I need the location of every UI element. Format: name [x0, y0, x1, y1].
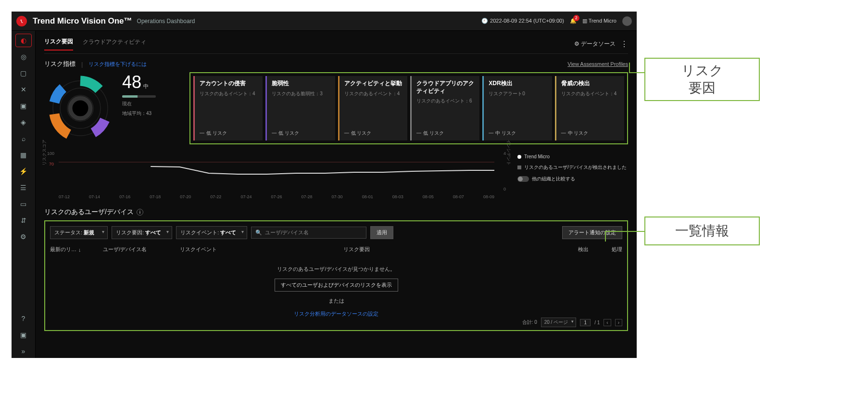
risk-gauge-area: 48中 現在 地域平均：43: [44, 72, 184, 144]
card-cloud-app-activity[interactable]: クラウドアプリのアクティビティ リスクのあるイベント：6 低 リスク: [410, 76, 479, 140]
card-title: 脅威の検出: [561, 80, 619, 88]
card-xdr-detection[interactable]: XDR検出 リスクアラート0 中 リスク: [482, 76, 552, 140]
card-threat-detection[interactable]: 脅威の検出 リスクのあるイベント：4 中 リスク: [555, 76, 624, 140]
x-ticks: 07-1207-14 07-1607-18 07-2007-22 07-2407…: [59, 194, 494, 199]
card-account-compromise[interactable]: アカウントの侵害 リスクのあるイベント：4 低 リスク: [193, 76, 263, 140]
card-risk: 中 リスク: [561, 130, 619, 137]
pager-of: / 1: [594, 320, 600, 325]
card-sub: リスクのあるイベント：4: [200, 90, 258, 97]
more-menu-icon[interactable]: ⋮: [620, 39, 628, 49]
card-sub: リスクのあるイベント：4: [344, 90, 403, 97]
pager-total: 合計: 0: [522, 319, 537, 326]
annotation-list-info: 一覧情報: [644, 217, 760, 245]
empty-state: リスクのあるユーザ/デバイスが見つかりません。 すべてのユーザおよびデバイスのリ…: [50, 266, 622, 318]
ytick-100: 100: [47, 151, 54, 156]
col-action[interactable]: 処理: [598, 246, 622, 253]
app-subtitle: Operations Dashboard: [137, 18, 195, 25]
compare-toggle[interactable]: 他の組織と比較する: [517, 176, 628, 182]
nav-report-icon[interactable]: ▦: [15, 148, 32, 162]
nav-dashboard-icon[interactable]: ◐: [15, 34, 32, 47]
risk-factor-filter[interactable]: リスク要因: すべて: [112, 226, 172, 239]
nav-admin-icon[interactable]: ▣: [15, 328, 32, 342]
pager: 合計: 0 20 / ページ 1 / 1 ‹ ›: [522, 318, 622, 327]
risk-meter: [122, 95, 156, 98]
nav-search-icon[interactable]: ◎: [15, 50, 32, 64]
col-risk-factor[interactable]: リスク要因: [343, 246, 521, 253]
nav-target-icon[interactable]: ◈: [15, 115, 32, 129]
nav-expand-icon[interactable]: »: [15, 344, 32, 358]
col-user-device[interactable]: ユーザ/デバイス名: [103, 246, 170, 253]
nav-close-icon[interactable]: ✕: [15, 83, 32, 96]
annotation-lead-2: [605, 231, 645, 232]
pager-next-icon[interactable]: ›: [615, 319, 622, 326]
risky-users-devices-title: リスクのあるユーザ/デバイス: [44, 208, 134, 217]
card-risk: 低 リスク: [200, 130, 258, 137]
y2tick-0: 0: [503, 187, 506, 191]
card-title: XDR検出: [489, 80, 547, 88]
status-filter[interactable]: ステータス: 新規: [50, 226, 108, 239]
pager-per-page[interactable]: 20 / ページ: [541, 318, 576, 327]
card-title: アクティビティと挙動: [344, 80, 403, 88]
card-activity-behavior[interactable]: アクティビティと挙動 リスクのあるイベント：4 低 リスク: [338, 76, 407, 140]
pager-prev-icon[interactable]: ‹: [604, 319, 611, 326]
tenant-switcher[interactable]: ▥ Trend Micro: [582, 18, 616, 24]
nav-scan-icon[interactable]: ⌕: [15, 132, 32, 145]
tab-cloud-activity[interactable]: クラウドアクティビティ: [83, 38, 146, 50]
region-average: 地域平均：43: [122, 110, 156, 117]
card-sub: リスクのあるイベント：4: [561, 90, 619, 97]
notifications-button[interactable]: 🔔 2: [570, 18, 577, 24]
risk-score: 48中: [122, 72, 156, 92]
or-label: または: [328, 297, 344, 305]
apply-button[interactable]: 適用: [370, 226, 393, 239]
setup-datasource-link[interactable]: リスク分析用のデータソースの設定: [294, 310, 378, 318]
app-title: Trend Micro Vision One™: [33, 16, 132, 26]
card-sub: リスクのある脆弱性：3: [272, 90, 330, 97]
sort-desc-icon: ↓: [78, 247, 81, 253]
risk-cards-box: アカウントの侵害 リスクのあるイベント：4 低 リスク 脆弱性 リスクのある脆弱…: [189, 72, 628, 144]
card-vulnerability[interactable]: 脆弱性 リスクのある脆弱性：3 低 リスク: [265, 76, 335, 140]
search-placeholder: ユーザ/デバイス名: [265, 229, 309, 236]
datasource-button[interactable]: ⚙ データソース: [574, 40, 616, 48]
risk-index-title: リスク指標: [44, 60, 75, 68]
card-risk: 中 リスク: [489, 130, 547, 137]
card-sub: リスクアラート0: [489, 90, 547, 97]
lower-risk-link[interactable]: リスク指標を下げるには: [88, 61, 147, 68]
nav-mobile-icon[interactable]: ▭: [15, 197, 32, 211]
search-input[interactable]: 🔍 ユーザ/デバイス名: [251, 227, 366, 239]
card-risk: 低 リスク: [416, 130, 475, 137]
col-detection[interactable]: 検出: [531, 246, 589, 253]
risk-event-filter[interactable]: リスクイベント: すべて: [176, 226, 247, 239]
empty-message: リスクのあるユーザ/デバイスが見つかりません。: [277, 266, 395, 273]
nav-account-icon[interactable]: ▣: [15, 99, 32, 113]
tabs: リスク要因 クラウドアクティビティ ⚙ データソース ⋮: [44, 35, 628, 54]
topbar: t Trend Micro Vision One™ Operations Das…: [12, 12, 637, 31]
chart-legend: Trend Micro リスクのあるユーザ/デバイスが検出されました 他の組織と…: [517, 151, 628, 199]
search-icon: 🔍: [255, 230, 262, 236]
pager-page-input[interactable]: 1: [580, 319, 591, 326]
show-all-risks-button[interactable]: すべてのユーザおよびデバイスのリスクを表示: [275, 279, 398, 292]
col-risk-event[interactable]: リスクイベント: [180, 246, 334, 253]
col-latest-risk[interactable]: 最新のリ…↓: [50, 246, 93, 253]
info-icon[interactable]: i: [137, 209, 143, 216]
nav-network-icon[interactable]: ⇵: [15, 214, 32, 227]
nav-zero-trust-icon[interactable]: ⚡: [15, 165, 32, 178]
legend-risky-detected[interactable]: リスクのあるユーザ/デバイスが検出されました: [517, 164, 628, 171]
app-window: t Trend Micro Vision One™ Operations Das…: [12, 12, 637, 358]
alert-settings-button[interactable]: アラート通知の設定: [562, 226, 622, 239]
nav-workbench-icon[interactable]: ▢: [15, 66, 32, 80]
user-avatar[interactable]: [622, 16, 632, 26]
annotation-lead-1: [629, 72, 645, 73]
notification-badge: 2: [573, 15, 579, 21]
nav-policy-icon[interactable]: ☰: [15, 181, 32, 194]
card-sub: リスクのあるイベント：6: [416, 98, 475, 104]
view-assessment-profiles-link[interactable]: View Assessment Profiles: [567, 61, 628, 67]
dot-icon: [517, 155, 521, 159]
card-title: アカウントの侵害: [200, 80, 258, 88]
nav-help-icon[interactable]: ?: [15, 312, 32, 325]
svg-point-3: [70, 98, 90, 118]
legend-trend-micro[interactable]: Trend Micro: [517, 154, 628, 159]
card-risk: 低 リスク: [272, 130, 330, 137]
nav-settings-icon[interactable]: ⚙: [15, 230, 32, 243]
tab-risk-factors[interactable]: リスク要因: [44, 38, 73, 51]
sidebar: ◐ ◎ ▢ ✕ ▣ ◈ ⌕ ▦ ⚡ ☰ ▭ ⇵ ⚙ ? ▣ »: [12, 31, 36, 358]
